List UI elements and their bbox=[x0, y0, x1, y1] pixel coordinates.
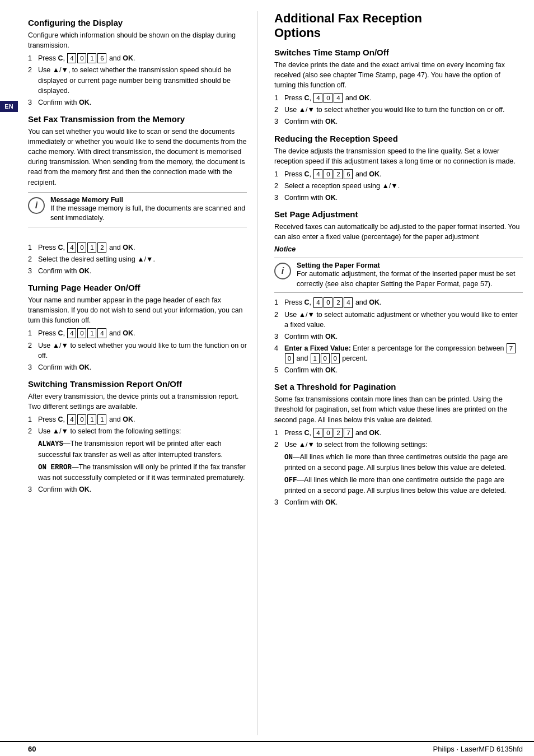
step-content: Confirm with OK. bbox=[284, 497, 523, 507]
kbd-6: 6 bbox=[97, 53, 106, 63]
footer: 60 Philips · LaserMFD 6135hfd bbox=[0, 741, 534, 756]
notice-memory-full: i Message Memory Full If the message mem… bbox=[28, 192, 247, 227]
step-pa-4: 4 Enter a Fixed Value: Enter a percentag… bbox=[274, 343, 523, 363]
step-num: 1 bbox=[274, 93, 284, 103]
on-error-label: ON ERROR bbox=[38, 464, 72, 472]
main-title-line1: Additional Fax Reception bbox=[274, 11, 422, 25]
time-stamp-title: Switches Time Stamp On/Off bbox=[274, 48, 523, 57]
key-c: C bbox=[304, 94, 309, 102]
ok-label: OK bbox=[79, 267, 90, 275]
ok-label: OK bbox=[79, 99, 90, 106]
step-num: 2 bbox=[274, 440, 284, 450]
key-c: C bbox=[304, 429, 309, 437]
step-num: 3 bbox=[28, 266, 38, 276]
step-content: Select the desired setting using ▲/▼. bbox=[38, 254, 247, 264]
kbd-0: 0 bbox=[77, 53, 86, 63]
step-content: Use ▲/▼, to select whether the transmiss… bbox=[38, 65, 247, 95]
sub-item-always: ALWAYS—The transmission report will be p… bbox=[38, 438, 247, 459]
kbd-7: 7 bbox=[344, 428, 353, 438]
step-num: 2 bbox=[28, 65, 38, 75]
main-title: Additional Fax Reception Options bbox=[274, 11, 523, 41]
step-fm-2: 2 Select the desired setting using ▲/▼. bbox=[28, 254, 247, 264]
step-content: Press C, 4027 and OK. bbox=[284, 428, 523, 438]
step-content: Press C, 4026 and OK. bbox=[284, 169, 523, 179]
page-header-intro: Your name and number appear in the page … bbox=[28, 295, 247, 325]
transmission-report-title: Switching Transmission Report On/Off bbox=[28, 379, 247, 389]
ok-label: OK bbox=[123, 244, 133, 251]
step-num: 1 bbox=[28, 328, 38, 338]
ok-label: OK bbox=[79, 363, 90, 371]
footer-brand: Philips · LaserMFD 6135hfd bbox=[433, 745, 523, 753]
step-pa-3: 3 Confirm with OK. bbox=[274, 332, 523, 342]
step-ts-3: 3 Confirm with OK. bbox=[274, 116, 523, 127]
kbd-1: 1 bbox=[87, 328, 96, 338]
configuring-display-intro: Configure which information should be sh… bbox=[28, 30, 247, 50]
notice-content: Message Memory Full If the message memor… bbox=[50, 196, 247, 223]
always-label: ALWAYS bbox=[38, 440, 63, 448]
kbd-4: 4 bbox=[313, 428, 322, 438]
kbd-0: 0 bbox=[324, 93, 332, 103]
ok-label: OK bbox=[123, 329, 133, 337]
off-label: OFF bbox=[284, 477, 297, 484]
step-content: Enter a Fixed Value: Enter a percentage … bbox=[284, 343, 523, 363]
step-ph-3: 3 Confirm with OK. bbox=[28, 362, 247, 372]
step-num: 5 bbox=[274, 365, 284, 375]
kbd-4: 4 bbox=[67, 328, 76, 338]
ok-label: OK bbox=[325, 333, 336, 340]
key-c: C bbox=[304, 170, 309, 178]
step-pa-2: 2 Use ▲/▼ to select automatic adjustment… bbox=[274, 310, 523, 330]
step-fm-3: 3 Confirm with OK. bbox=[28, 266, 247, 276]
reception-speed-title: Reducing the Reception Speed bbox=[274, 134, 523, 143]
ok-label: OK bbox=[325, 194, 336, 202]
step-content: Press C, 4024 and OK. bbox=[284, 297, 523, 307]
ok-label: OK bbox=[369, 429, 380, 437]
kbd-2b: 2 bbox=[334, 428, 343, 438]
step-content: Confirm with OK. bbox=[284, 116, 523, 127]
kbd-7: 7 bbox=[507, 343, 516, 353]
ok-label: OK bbox=[325, 366, 336, 374]
notice-text: For automatic adjustment, the format of … bbox=[297, 269, 523, 289]
notice-icon: i bbox=[28, 197, 45, 214]
kbd-2: 2 bbox=[334, 169, 343, 179]
step-num: 3 bbox=[274, 332, 284, 342]
pagination-threshold-title: Set a Threshold for Pagination bbox=[274, 382, 523, 391]
right-column: Additional Fax Reception Options Switche… bbox=[257, 11, 534, 735]
step-rs-1: 1 Press C, 4026 and OK. bbox=[274, 169, 523, 179]
sub-item-off: OFF—All lines which lie more than one ce… bbox=[284, 475, 523, 496]
kbd-0: 0 bbox=[324, 428, 332, 438]
kbd-2: 2 bbox=[97, 242, 106, 253]
notice-content: Setting the Paper Format For automatic a… bbox=[297, 262, 523, 289]
step-num: 3 bbox=[274, 497, 284, 507]
step-content: Confirm with OK. bbox=[284, 193, 523, 203]
step-ph-1: 1 Press C, 4014 and OK. bbox=[28, 328, 247, 338]
transmission-report-intro: After every transmission, the device pri… bbox=[28, 391, 247, 412]
step-num: 2 bbox=[28, 426, 38, 436]
step-content: Confirm with OK. bbox=[38, 362, 247, 372]
fax-memory-intro: You can set whether you would like to sc… bbox=[28, 127, 247, 188]
enter-fixed-label: Enter a Fixed Value: bbox=[284, 344, 351, 352]
step-content: Confirm with OK. bbox=[284, 365, 523, 375]
step-num: 3 bbox=[274, 116, 284, 127]
kbd-0c: 0 bbox=[331, 353, 340, 363]
kbd-4: 4 bbox=[67, 414, 76, 424]
step-content: Use ▲/▼ to select whether you would like… bbox=[284, 105, 523, 115]
kbd-4: 4 bbox=[313, 297, 322, 307]
step-cd-1: 1 Press C, 4016 and OK. bbox=[28, 53, 247, 63]
step-ts-2: 2 Use ▲/▼ to select whether you would li… bbox=[274, 105, 523, 115]
key-c: C bbox=[58, 244, 63, 251]
configuring-display-title: Configuring the Display bbox=[28, 18, 247, 27]
page-header-steps: 1 Press C, 4014 and OK. 2 Use ▲/▼ to sel… bbox=[28, 328, 247, 372]
main-title-line2: Options bbox=[274, 26, 321, 40]
kbd-1: 1 bbox=[311, 353, 320, 363]
kbd-4: 4 bbox=[313, 93, 322, 103]
notice-title: Setting the Paper Format bbox=[297, 262, 523, 269]
key-c: C bbox=[58, 416, 63, 423]
step-ts-1: 1 Press C, 404 and OK. bbox=[274, 93, 523, 103]
step-content: Use ▲/▼ to select from the following set… bbox=[284, 440, 523, 496]
kbd-1: 1 bbox=[97, 414, 106, 424]
step-cd-2: 2 Use ▲/▼, to select whether the transmi… bbox=[28, 65, 247, 95]
page: EN Configuring the Display Configure whi… bbox=[0, 0, 534, 756]
step-content: Use ▲/▼ to select automatic adjustment o… bbox=[284, 310, 523, 330]
ok-label: OK bbox=[359, 94, 369, 102]
time-stamp-intro: The device prints the date and the exact… bbox=[274, 60, 523, 90]
